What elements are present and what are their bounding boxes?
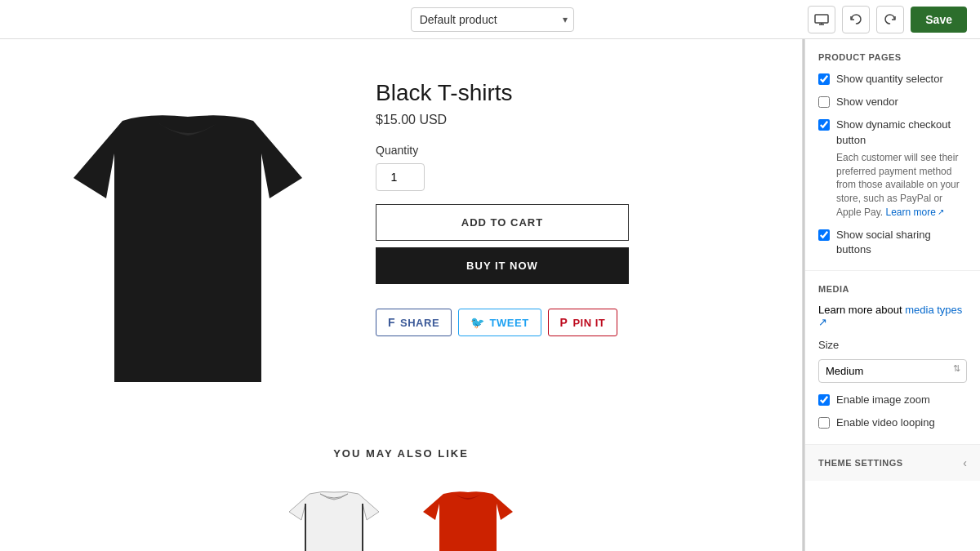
show-dynamic-checkout-label: Show dynamic checkout button <box>836 118 967 147</box>
pin-label: PIN IT <box>572 317 605 329</box>
show-quantity-selector-label: Show quantity selector <box>836 72 943 87</box>
related-product-white[interactable] <box>277 479 391 551</box>
tweet-button[interactable]: 🐦 TWEET <box>458 309 541 336</box>
show-quantity-selector-checkbox[interactable] <box>818 73 830 85</box>
svg-rect-0 <box>815 15 828 23</box>
settings-panel: Product pages Show quantity selector Sho… <box>804 39 980 551</box>
social-sharing: f SHARE 🐦 TWEET P PIN IT <box>376 309 769 336</box>
pinterest-icon: P <box>560 316 568 329</box>
product-price: $15.00 USD <box>376 113 769 127</box>
show-social-sharing-checkbox[interactable] <box>818 229 830 241</box>
enable-video-looping-label: Enable video looping <box>836 415 935 430</box>
theme-settings-arrow-icon: ‹ <box>963 456 967 469</box>
media-description: Learn more about media types ↗ <box>818 304 967 328</box>
you-may-also-like-section: YOU MAY ALSO LIKE <box>33 447 769 551</box>
show-quantity-selector-item: Show quantity selector <box>818 72 967 87</box>
toolbar-center: Default product <box>411 7 574 32</box>
show-vendor-label: Show vendor <box>836 95 898 109</box>
pin-button[interactable]: P PIN IT <box>548 309 618 336</box>
product-image-container <box>33 72 343 415</box>
red-tshirt-image <box>411 479 525 551</box>
share-facebook-button[interactable]: f SHARE <box>376 309 452 336</box>
undo-button[interactable] <box>842 6 870 33</box>
theme-settings-label: THEME SETTINGS <box>818 458 903 468</box>
product-image <box>41 72 335 415</box>
product-info: Black T-shirts $15.00 USD Quantity ADD T… <box>376 72 769 336</box>
media-text: Learn more about <box>818 304 905 316</box>
desktop-view-button[interactable] <box>808 6 835 33</box>
enable-image-zoom-label: Enable image zoom <box>836 393 930 407</box>
product-detail: Black T-shirts $15.00 USD Quantity ADD T… <box>33 72 769 415</box>
twitter-icon: 🐦 <box>470 316 485 329</box>
share-label: SHARE <box>400 317 439 329</box>
show-dynamic-checkout-item: Show dynamic checkout button Each custom… <box>818 118 967 219</box>
size-select[interactable]: Medium Small Large <box>818 359 967 383</box>
tweet-label: TWEET <box>490 317 529 329</box>
show-social-sharing-item: Show social sharing buttons <box>818 228 967 257</box>
related-product-red[interactable] <box>411 479 525 551</box>
quantity-label: Quantity <box>376 144 769 157</box>
size-label: Size <box>818 338 967 353</box>
add-to-cart-button[interactable]: ADD TO CART <box>376 204 629 241</box>
media-title: MEDIA <box>818 284 967 294</box>
main-container: Black T-shirts $15.00 USD Quantity ADD T… <box>0 39 980 551</box>
buy-it-now-button[interactable]: BUY IT NOW <box>376 247 629 284</box>
enable-video-looping-checkbox[interactable] <box>818 417 830 429</box>
save-button[interactable]: Save <box>911 7 967 33</box>
facebook-icon: f <box>388 316 395 329</box>
product-select[interactable]: Default product <box>411 7 574 32</box>
preview-area: Black T-shirts $15.00 USD Quantity ADD T… <box>0 39 803 551</box>
toolbar-right: Save <box>808 6 967 33</box>
enable-image-zoom-item: Enable image zoom <box>818 393 967 407</box>
enable-video-looping-item: Enable video looping <box>818 415 967 430</box>
toolbar: Default product Save <box>0 0 980 39</box>
dynamic-checkout-desc: Each customer will see their preferred p… <box>836 151 967 220</box>
product-pages-title: Product pages <box>818 52 967 62</box>
size-setting: Size Medium Small Large <box>818 338 967 383</box>
enable-image-zoom-checkbox[interactable] <box>818 394 830 406</box>
related-products <box>33 479 769 551</box>
media-section: MEDIA Learn more about media types ↗ Siz… <box>805 271 980 445</box>
product-title: Black T-shirts <box>376 80 769 106</box>
product-select-wrapper[interactable]: Default product <box>411 7 574 32</box>
theme-settings-section[interactable]: THEME SETTINGS ‹ <box>805 445 980 481</box>
show-vendor-checkbox[interactable] <box>818 96 830 108</box>
quantity-input[interactable] <box>376 163 425 191</box>
show-vendor-item: Show vendor <box>818 95 967 109</box>
product-pages-section: Product pages Show quantity selector Sho… <box>805 39 980 271</box>
redo-button[interactable] <box>876 6 904 33</box>
white-tshirt-image <box>277 479 391 551</box>
show-dynamic-checkout-checkbox[interactable] <box>818 119 830 131</box>
you-may-also-like-title: YOU MAY ALSO LIKE <box>33 447 769 460</box>
show-social-sharing-label: Show social sharing buttons <box>836 228 967 257</box>
size-select-wrapper[interactable]: Medium Small Large <box>818 353 967 383</box>
learn-more-link[interactable]: Learn more <box>886 206 944 220</box>
